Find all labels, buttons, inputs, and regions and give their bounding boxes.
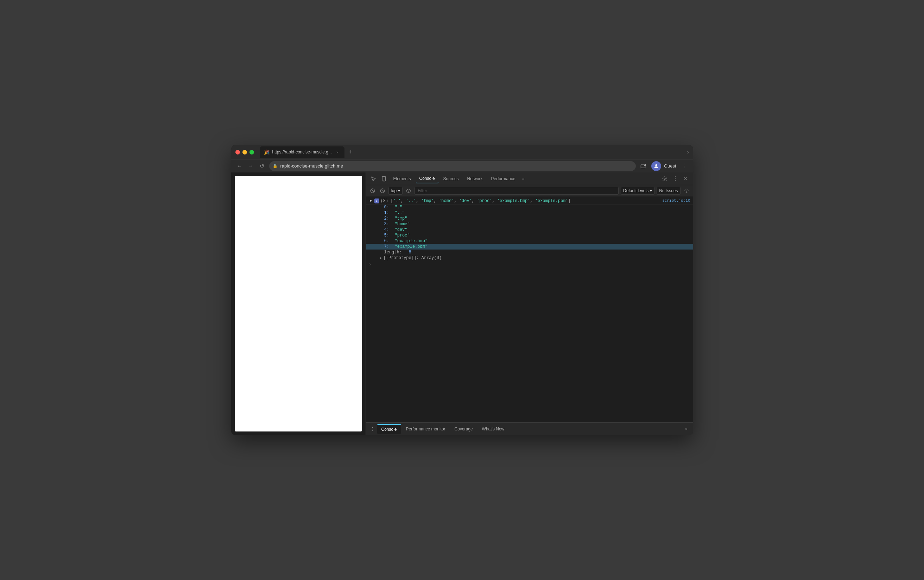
active-tab[interactable]: 🎉 https://rapid-concise-muscle.g... × [260, 147, 344, 158]
array-item-2: 2: "tmp" [366, 216, 693, 221]
forward-button[interactable]: → [247, 162, 255, 170]
context-selector[interactable]: top ▾ [388, 187, 403, 194]
devtools-close-button[interactable]: × [681, 174, 691, 183]
address-field[interactable]: 🔒 rapid-concise-muscle.glitch.me [269, 161, 636, 171]
info-icon: i [374, 198, 379, 203]
tab-console[interactable]: Console [416, 174, 439, 183]
profile-label: Guest [664, 163, 676, 168]
traffic-lights [235, 150, 254, 155]
default-levels-label: Default levels [623, 188, 648, 193]
console-source-link[interactable]: script.js:10 [662, 198, 690, 203]
main-area: Elements Console Sources Network Perform… [231, 173, 693, 435]
bottom-tab-performance-monitor[interactable]: Performance monitor [402, 424, 450, 434]
device-toolbar-button[interactable] [379, 174, 388, 183]
browser-window: 🎉 https://rapid-concise-muscle.g... × + … [231, 145, 693, 435]
maximize-traffic-light[interactable] [250, 150, 254, 155]
inspect-element-button[interactable] [369, 174, 378, 183]
tab-favicon: 🎉 [264, 150, 270, 155]
prototype-label: [[Prototype]]: Array(0) [383, 255, 442, 260]
eye-icon-button[interactable] [404, 187, 413, 194]
profile-avatar[interactable] [651, 161, 661, 171]
array-length-row: length: 8 [366, 249, 693, 255]
reload-button[interactable]: ↺ [258, 162, 266, 170]
context-arrow-icon: ▾ [398, 188, 400, 193]
bottom-tab-whats-new[interactable]: What's New [478, 424, 509, 434]
tab-performance[interactable]: Performance [488, 174, 519, 183]
tab-overflow-button[interactable]: › [687, 149, 689, 155]
filter-toggle-button[interactable] [378, 187, 386, 194]
close-traffic-light[interactable] [235, 150, 240, 155]
array-item-4: 4: "dev" [366, 227, 693, 232]
tab-sources[interactable]: Sources [440, 174, 462, 183]
cast-icon-button[interactable] [639, 161, 648, 171]
prototype-row[interactable]: ▶ [[Prototype]]: Array(0) [366, 255, 693, 261]
bottom-bar-menu-button[interactable]: ⋮ [369, 425, 377, 433]
tab-network[interactable]: Network [464, 174, 486, 183]
svg-point-4 [664, 178, 665, 180]
array-item-3: 3: "home" [366, 221, 693, 227]
address-bar: ← → ↺ 🔒 rapid-concise-muscle.glitch.me G… [231, 159, 693, 173]
console-prompt-arrow: › [369, 262, 371, 267]
svg-line-8 [381, 189, 383, 192]
url-text: rapid-concise-muscle.glitch.me [280, 163, 343, 168]
devtools-more-button[interactable]: ⋮ [671, 174, 680, 183]
tab-url: https://rapid-concise-muscle.g... [272, 150, 332, 155]
console-output: ▼ i (8) ['.', '..', 'tmp', 'home', 'dev'… [366, 196, 693, 422]
console-entry-array[interactable]: ▼ i (8) ['.', '..', 'tmp', 'home', 'dev'… [366, 198, 693, 204]
array-item-0: 0: "." [366, 204, 693, 210]
lock-icon: 🔒 [273, 164, 278, 168]
tab-elements[interactable]: Elements [390, 174, 414, 183]
devtools-toolbar: Elements Console Sources Network Perform… [366, 173, 693, 185]
bottom-tab-coverage[interactable]: Coverage [450, 424, 477, 434]
filter-input[interactable] [414, 187, 618, 194]
array-item-5: 5: "proc" [366, 232, 693, 238]
array-item-7: 7: "example.pbm" [366, 244, 693, 249]
svg-point-9 [408, 190, 409, 191]
svg-point-1 [655, 164, 657, 166]
context-label: top [391, 188, 397, 193]
svg-point-10 [686, 190, 687, 191]
expand-array-button[interactable]: ▼ [369, 199, 373, 203]
devtools-panel: Elements Console Sources Network Perform… [366, 173, 693, 435]
console-prompt[interactable]: › [366, 261, 693, 269]
array-preview: (8) ['.', '..', 'tmp', 'home', 'dev', 'p… [381, 198, 571, 203]
devtools-bottom-bar: ⋮ Console Performance monitor Coverage W… [366, 422, 693, 435]
console-toolbar: top ▾ Default levels ▾ No Issues [366, 185, 693, 196]
tab-close-button[interactable]: × [335, 149, 340, 155]
more-tabs-button[interactable]: » [520, 176, 527, 181]
proto-expand-icon: ▶ [380, 256, 382, 260]
svg-point-3 [383, 180, 384, 180]
tab-bar: 🎉 https://rapid-concise-muscle.g... × + [260, 147, 684, 158]
array-item-1: 1: ".." [366, 210, 693, 216]
svg-line-6 [371, 189, 374, 192]
new-tab-button[interactable]: + [346, 147, 356, 157]
back-button[interactable]: ← [235, 162, 244, 170]
default-levels-arrow-icon: ▾ [650, 188, 652, 193]
clear-console-button[interactable] [369, 187, 377, 194]
console-settings-button[interactable] [682, 187, 691, 194]
bottom-bar-close-button[interactable]: × [682, 425, 691, 433]
no-issues-badge: No Issues [657, 187, 680, 194]
array-item-6: 6: "example.bmp" [366, 238, 693, 244]
toolbar-right: Guest ⋮ [639, 161, 689, 171]
minimize-traffic-light[interactable] [242, 150, 247, 155]
bottom-tab-console[interactable]: Console [377, 424, 401, 434]
title-bar: 🎉 https://rapid-concise-muscle.g... × + … [231, 145, 693, 159]
devtools-settings-button[interactable] [660, 174, 669, 183]
default-levels-selector[interactable]: Default levels ▾ [621, 187, 654, 194]
devtools-toolbar-right: ⋮ × [660, 174, 691, 183]
page-content [235, 176, 362, 432]
browser-menu-button[interactable]: ⋮ [679, 161, 689, 171]
